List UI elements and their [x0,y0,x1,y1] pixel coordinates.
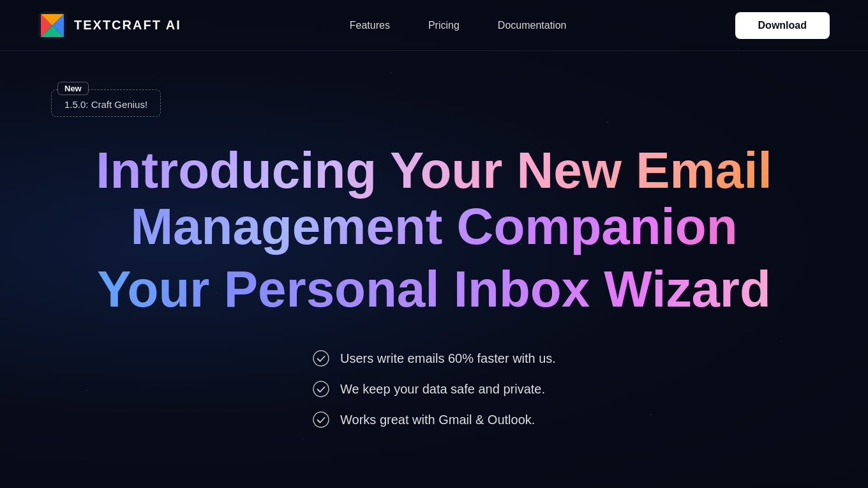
logo-area: TEXTCRAFT AI [38,11,181,40]
headline-line2: Management Companion [96,199,772,255]
check-circle-icon-3 [312,411,330,429]
svg-point-6 [313,381,329,397]
check-circle-icon-1 [312,349,330,367]
nav-links: Features Pricing Documentation [350,20,567,31]
headline-line1: Introducing Your New Email [96,142,772,199]
hero-section: New 1.5.0: Craft Genius! Introducing You… [0,51,868,429]
svg-point-7 [313,412,329,427]
feature-text-3: Works great with Gmail & Outlook. [340,413,535,427]
features-list: Users write emails 60% faster with us. W… [312,349,556,429]
nav-link-pricing[interactable]: Pricing [428,20,460,31]
nav-link-docs[interactable]: Documentation [498,20,567,31]
new-badge: New [57,82,89,95]
svg-point-5 [313,351,329,366]
navbar: TEXTCRAFT AI Features Pricing Documentat… [0,0,868,51]
subheadline: Your Personal Inbox Wizard [97,261,771,317]
logo-text: TEXTCRAFT AI [74,18,181,33]
feature-text-2: We keep your data safe and private. [340,382,545,397]
nav-link-features[interactable]: Features [350,20,390,31]
check-circle-icon-2 [312,380,330,398]
feature-item-3: Works great with Gmail & Outlook. [312,411,535,429]
headline: Introducing Your New Email Management Co… [96,142,772,255]
download-button[interactable]: Download [735,12,830,39]
version-badge-wrapper: New 1.5.0: Craft Genius! [51,89,161,117]
feature-item-1: Users write emails 60% faster with us. [312,349,556,367]
feature-item-2: We keep your data safe and private. [312,380,545,398]
feature-text-1: Users write emails 60% faster with us. [340,351,556,366]
logo-icon [38,11,66,40]
